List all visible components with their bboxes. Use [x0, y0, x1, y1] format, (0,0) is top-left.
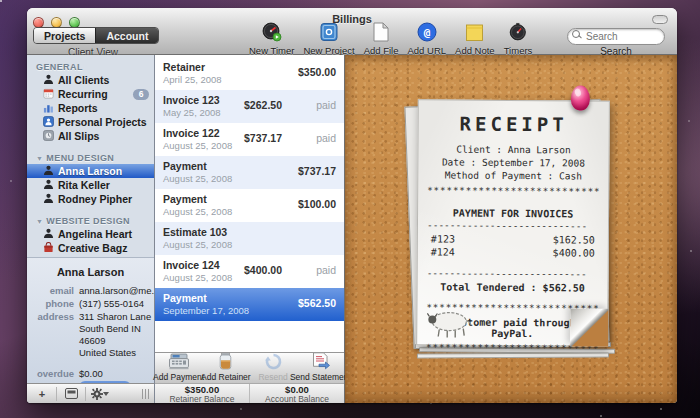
toolbar-buttons: New TimerNew ProjectAdd File@Add URLAdd …	[249, 24, 532, 56]
timers-button[interactable]: Timers	[504, 24, 533, 56]
search-input[interactable]	[567, 28, 665, 45]
row-status: paid	[316, 99, 336, 111]
list-row-invoice-123-1[interactable]: Invoice 123May 25, 2008$262.50paid	[155, 90, 344, 123]
add-note-button[interactable]: Add Note	[455, 24, 495, 56]
sidebar-item-all-slips[interactable]: All Slips	[27, 129, 154, 143]
person-icon	[43, 193, 54, 206]
field-label: email	[27, 285, 74, 297]
receipt-separator: ****************************	[427, 185, 599, 196]
receipt-total: Total Tendered : $562.50	[427, 281, 599, 293]
client-email-row: emailanna.larson@me.com	[27, 285, 154, 297]
add-client-button[interactable]: +	[32, 387, 52, 401]
register-icon	[168, 353, 190, 374]
client-address-row: address311 Sharon LaneSouth Bend IN 4660…	[27, 311, 154, 359]
receipt-section-title: PAYMENT FOR INVOICES	[427, 207, 599, 219]
desktop-wallpaper: Billings ProjectsAccount Client View New…	[0, 0, 700, 418]
project-icon	[43, 116, 54, 129]
sidebar-item-reports[interactable]: Reports	[27, 101, 154, 115]
person-icon	[43, 179, 54, 192]
row-amount: $262.50	[244, 99, 282, 111]
resend-button[interactable]: Resend	[250, 354, 296, 382]
field-value: 311 Sharon LaneSouth Bend IN 46609United…	[79, 311, 154, 359]
statement-icon	[311, 352, 330, 374]
list-row-estimate-103-5[interactable]: Estimate 103August 25, 2008	[155, 222, 344, 255]
transaction-list-pane: RetainerApril 25, 2008$350.00Invoice 123…	[155, 55, 345, 403]
sidebar-item-label: Recurring	[58, 88, 108, 100]
sidebar-item-label: Reports	[58, 102, 98, 114]
tab-account[interactable]: Account	[95, 28, 158, 43]
client-overdue-row: overdue$0.00	[27, 368, 154, 380]
list-row-payment-7[interactable]: PaymentSeptember 17, 2008$562.50	[155, 288, 344, 321]
page-curl	[570, 308, 608, 346]
sidebar-item-label: Rodney Pipher	[58, 193, 132, 205]
field-label: phone	[27, 298, 74, 310]
sidebar-section-header-menu-design[interactable]: ▼MENU DESIGN	[27, 151, 154, 164]
sidebar-item-label: Angelina Heart	[58, 228, 132, 240]
sidebar-item-label: All Clients	[58, 74, 109, 86]
action-button-label: Add Payment	[153, 372, 204, 382]
action-gear-menu[interactable]	[90, 387, 110, 401]
stat-label: overdue	[27, 368, 74, 380]
sidebar-item-anna-larson[interactable]: Anna Larson	[27, 164, 154, 178]
toolbar-toggle-button[interactable]	[652, 15, 668, 24]
sidebar-item-rita-keller[interactable]: Rita Keller	[27, 178, 154, 192]
receipt-meta-line: Date : September 17, 2008	[427, 155, 599, 169]
sidebar-resize-grip[interactable]	[142, 389, 149, 399]
field-label: address	[27, 311, 74, 359]
sidebar-item-rodney-pipher[interactable]: Rodney Pipher	[27, 192, 154, 206]
add-payment-button[interactable]: Add Payment	[156, 354, 202, 382]
receipt-dash-line: ----------------------------	[427, 268, 599, 279]
new-project-button[interactable]: New Project	[303, 24, 354, 56]
row-status: paid	[316, 264, 336, 276]
add-retainer-button[interactable]: Add Retainer	[203, 354, 249, 382]
sidebar: GENERALAll ClientsRecurring6ReportsPerso…	[27, 55, 155, 403]
transaction-list: RetainerApril 25, 2008$350.00Invoice 123…	[155, 55, 344, 352]
calendar-icon	[43, 88, 54, 101]
receipt-paper[interactable]: RECEIPT Client : Anna LarsonDate : Septe…	[416, 99, 610, 346]
search-icon	[572, 30, 581, 39]
list-row-retainer-0[interactable]: RetainerApril 25, 2008$350.00	[155, 57, 344, 90]
add-url-icon: @	[417, 22, 437, 46]
receipt-title: RECEIPT	[428, 112, 600, 135]
sidebar-item-all-clients[interactable]: All Clients	[27, 73, 154, 87]
gear-icon	[91, 388, 103, 400]
action-button-label: Resend	[258, 372, 287, 382]
row-amount: $737.17	[244, 132, 282, 144]
sidebar-section-header-general: GENERAL	[27, 60, 154, 73]
sidebar-footer-bar: +	[27, 383, 154, 403]
receipt-meta-line: Client : Anna Larson	[427, 142, 599, 156]
sidebar-item-label: All Slips	[58, 130, 99, 142]
disclosure-triangle-icon: ▼	[36, 155, 43, 162]
sidebar-item-creative-bagz[interactable]: Creative Bagz	[27, 241, 154, 255]
row-amount: $100.00	[298, 198, 336, 210]
list-row-invoice-124-6[interactable]: Invoice 124August 25, 2008$400.00paid	[155, 255, 344, 288]
field-value: anna.larson@me.com	[79, 285, 154, 297]
bag-icon	[43, 242, 54, 255]
resend-icon	[264, 352, 283, 374]
archive-box-icon[interactable]	[61, 387, 81, 401]
sidebar-section-header-website-design[interactable]: ▼WEBSITE DESIGN	[27, 214, 154, 227]
svg-text:@: @	[423, 26, 430, 39]
jar-icon	[219, 352, 232, 374]
tab-projects[interactable]: Projects	[34, 28, 95, 43]
new-project-icon	[319, 22, 339, 46]
list-row-payment-3[interactable]: PaymentAugust 25, 2008$737.17	[155, 156, 344, 189]
person-icon	[43, 74, 54, 87]
sidebar-item-angelina-heart[interactable]: Angelina Heart	[27, 227, 154, 241]
window-content: GENERALAll ClientsRecurring6ReportsPerso…	[27, 55, 677, 403]
balance-bar: $350.00Retainer Balance$0.00Account Bala…	[155, 383, 344, 403]
add-file-button[interactable]: Add File	[364, 24, 399, 56]
receipt-dash-line: ----------------------------	[427, 220, 599, 231]
list-row-invoice-122-2[interactable]: Invoice 122August 25, 2008$737.17paid	[155, 123, 344, 156]
list-row-payment-4[interactable]: PaymentAugust 25, 2008$100.00	[155, 189, 344, 222]
add-url-button[interactable]: @Add URL	[407, 24, 446, 56]
receipt-stack: RECEIPT Client : Anna LarsonDate : Septe…	[405, 95, 625, 365]
sheep-doodle-icon	[423, 308, 475, 338]
send-statement-button[interactable]: Send Statement	[297, 354, 343, 382]
row-amount: $400.00	[244, 264, 282, 276]
sidebar-item-recurring[interactable]: Recurring6	[27, 87, 154, 101]
receipt-meta-line: Method of Payment : Cash	[427, 168, 599, 182]
row-title: Estimate 103	[163, 226, 336, 239]
new-timer-button[interactable]: New Timer	[249, 24, 294, 56]
sidebar-item-personal-projects[interactable]: Personal Projects	[27, 115, 154, 129]
